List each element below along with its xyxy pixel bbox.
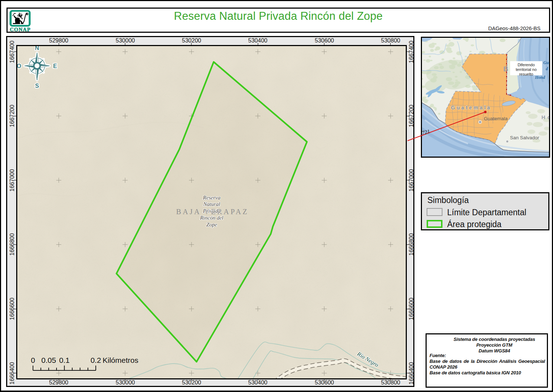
svg-text:Privada: Privada bbox=[203, 208, 220, 214]
svg-text:O: O bbox=[17, 63, 21, 69]
svg-text:Kilómetros: Kilómetros bbox=[103, 356, 138, 364]
svg-text:resuelto: resuelto bbox=[519, 72, 533, 76]
svg-text:0.1: 0.1 bbox=[59, 356, 69, 364]
svg-text:Gu: Gu bbox=[543, 60, 549, 65]
svg-text:0.05: 0.05 bbox=[41, 356, 56, 364]
svg-text:Zope: Zope bbox=[206, 222, 217, 227]
svg-text:territorial no: territorial no bbox=[516, 67, 536, 72]
svg-text:N: N bbox=[35, 46, 39, 51]
svg-text:0: 0 bbox=[31, 356, 35, 364]
svg-text:E: E bbox=[53, 63, 57, 69]
svg-text:Diferendo: Diferendo bbox=[518, 63, 535, 67]
svg-text:Ho: Ho bbox=[541, 114, 549, 120]
svg-text:S: S bbox=[35, 83, 39, 89]
svg-text:San Salvador: San Salvador bbox=[510, 135, 539, 140]
svg-text:Reserva: Reserva bbox=[203, 195, 220, 200]
svg-text:0.2: 0.2 bbox=[90, 356, 101, 364]
svg-text:B: B bbox=[503, 65, 508, 73]
svg-text:Hond: Hond bbox=[535, 75, 545, 80]
svg-text:CONAP: CONAP bbox=[10, 27, 30, 32]
svg-text:Natural: Natural bbox=[203, 201, 220, 207]
svg-text:Rincón del: Rincón del bbox=[200, 215, 224, 221]
svg-text:721: 721 bbox=[421, 129, 431, 136]
svg-text:d: d bbox=[546, 66, 548, 71]
